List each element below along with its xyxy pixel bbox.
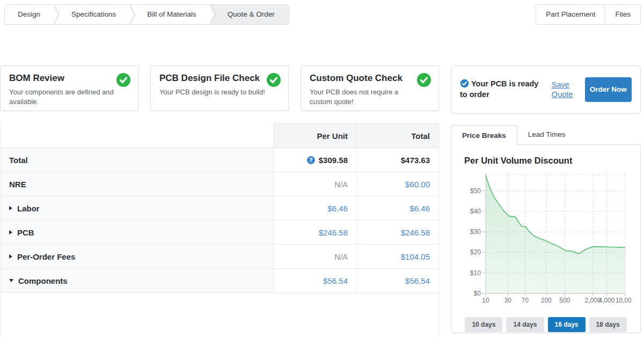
- step-bill-of-materials[interactable]: Bill of Materials: [130, 5, 210, 24]
- row-label-cell: PCB: [1, 221, 274, 244]
- svg-text:70: 70: [522, 297, 529, 304]
- status-card-title: Custom Quote Check: [310, 73, 430, 84]
- svg-text:10,000: 10,000: [616, 297, 632, 304]
- expand-icon[interactable]: [9, 206, 12, 210]
- svg-text:$0: $0: [474, 290, 481, 297]
- per-unit-cell: N/A: [274, 172, 356, 196]
- svg-text:$10: $10: [470, 269, 481, 277]
- row-label-cell: Labor: [1, 196, 274, 220]
- per-unit-value: $56.54: [323, 276, 348, 285]
- check-circle-icon: [460, 79, 469, 88]
- status-card-custom-quote-check: Custom Quote CheckYour PCB does not requ…: [301, 65, 439, 111]
- price-panel-body: Per Unit Volume Discount $0$10$20$30$40$…: [451, 144, 641, 333]
- status-cards: BOM ReviewYour components are defined an…: [0, 65, 439, 111]
- table-row-pcb[interactable]: PCB$246.58$246.58: [1, 221, 438, 245]
- total-cell: $56.54: [356, 269, 438, 292]
- status-card-description: Your PCB design is ready to build!: [159, 87, 271, 97]
- total-value: $473.63: [401, 156, 430, 165]
- order-now-button[interactable]: Order Now: [585, 77, 632, 102]
- tab-lead-times[interactable]: Lead Times: [517, 125, 576, 144]
- table-row-labor[interactable]: Labor$6.46$6.46: [1, 196, 438, 221]
- lead-time-selector: 10 days14 days16 days18 days: [460, 317, 632, 332]
- part-placement-button[interactable]: Part Placement: [536, 5, 605, 24]
- total-value: $104.05: [401, 252, 430, 261]
- expand-icon[interactable]: [9, 230, 12, 234]
- ready-message-text: Your PCB is ready to order: [460, 79, 538, 99]
- total-cell: $6.46: [356, 196, 438, 220]
- per-unit-cell: $246.58: [274, 221, 356, 244]
- total-value: $6.46: [409, 204, 430, 213]
- table-row-nre[interactable]: NREN/A$60.00: [1, 172, 438, 196]
- lead-time-18-days-button[interactable]: 18 days: [589, 317, 627, 332]
- status-card-bom-review: BOM ReviewYour components are defined an…: [0, 65, 138, 111]
- per-unit-cell: $56.54: [274, 269, 356, 292]
- status-card-title: BOM Review: [9, 73, 129, 84]
- table-row-components[interactable]: Components$56.54$56.54: [1, 269, 438, 293]
- collapse-icon[interactable]: [9, 279, 13, 282]
- step-specifications[interactable]: Specifications: [54, 5, 130, 24]
- row-label: NRE: [9, 180, 26, 189]
- top-actions: Part PlacementFiles: [536, 4, 641, 25]
- per-unit-value: $309.58: [319, 156, 348, 165]
- lead-time-10-days-button[interactable]: 10 days: [465, 317, 502, 332]
- row-label-cell: Total: [1, 148, 274, 172]
- breadcrumb: DesignSpecificationsBill of MaterialsQuo…: [4, 4, 289, 25]
- total-value: $60.00: [405, 180, 430, 189]
- ready-panel: Your PCB is ready to order Save Quote Or…: [451, 65, 641, 114]
- table-row-total[interactable]: Total?$309.58$473.63: [1, 148, 438, 172]
- step-quote-order[interactable]: Quote & Order: [210, 5, 289, 24]
- svg-text:10: 10: [482, 297, 489, 304]
- per-unit-value: $246.58: [319, 228, 348, 237]
- per-unit-value: N/A: [334, 252, 348, 261]
- step-design[interactable]: Design: [5, 5, 54, 24]
- status-card-description: Your components are defined and availabl…: [9, 87, 121, 107]
- row-label-cell: NRE: [1, 172, 274, 196]
- svg-text:4,000: 4,000: [598, 297, 614, 304]
- svg-text:200: 200: [541, 297, 552, 304]
- header-label-cell: [1, 123, 274, 148]
- volume-discount-chart: $0$10$20$30$40$501030702005002,0004,0001…: [460, 170, 632, 313]
- row-label-cell: Per-Order Fees: [1, 245, 274, 268]
- svg-text:$30: $30: [470, 228, 481, 236]
- tab-price-breaks[interactable]: Price Breaks: [451, 125, 517, 145]
- expand-icon[interactable]: [9, 254, 12, 259]
- lead-time-16-days-button[interactable]: 16 days: [548, 317, 586, 332]
- check-circle-icon: [417, 73, 431, 87]
- help-icon[interactable]: ?: [307, 156, 315, 164]
- check-circle-icon: [116, 73, 130, 87]
- row-label: Total: [9, 156, 28, 165]
- cost-table: Per Unit Total Total?$309.58$473.63NREN/…: [0, 123, 439, 338]
- svg-text:$50: $50: [470, 187, 481, 195]
- total-cell: $104.05: [356, 245, 438, 268]
- svg-text:$20: $20: [470, 248, 481, 256]
- per-unit-cell: $6.46: [274, 196, 356, 220]
- per-unit-cell: N/A: [274, 245, 356, 268]
- total-cell: $473.63: [356, 148, 438, 172]
- files-button[interactable]: Files: [605, 5, 640, 24]
- ready-message: Your PCB is ready to order: [460, 79, 544, 100]
- row-label: Labor: [17, 204, 40, 213]
- status-card-pcb-design-file-check: PCB Design File CheckYour PCB design is …: [150, 65, 289, 111]
- chart-title: Per Unit Volume Discount: [464, 156, 632, 166]
- lead-time-14-days-button[interactable]: 14 days: [506, 317, 544, 332]
- table-row-per-order-fees[interactable]: Per-Order FeesN/A$104.05: [1, 245, 438, 269]
- total-value: $246.58: [401, 228, 430, 237]
- check-circle-icon: [267, 73, 281, 87]
- cost-table-body: Total?$309.58$473.63NREN/A$60.00Labor$6.…: [1, 148, 438, 293]
- header-total: Total: [356, 123, 438, 148]
- status-card-title: PCB Design File Check: [159, 73, 280, 84]
- total-cell: $60.00: [356, 172, 438, 196]
- svg-text:500: 500: [559, 297, 570, 304]
- total-cell: $246.58: [356, 221, 438, 244]
- row-label: Per-Order Fees: [17, 252, 75, 261]
- per-unit-value: N/A: [334, 180, 348, 189]
- per-unit-value: $6.46: [327, 204, 348, 213]
- status-card-description: Your PCB does not require a custom quote…: [310, 87, 421, 107]
- header-per-unit: Per Unit: [274, 123, 356, 148]
- total-value: $56.54: [405, 276, 430, 285]
- cost-table-header: Per Unit Total: [1, 123, 438, 148]
- row-label: Components: [18, 276, 68, 285]
- svg-text:$40: $40: [470, 208, 481, 215]
- per-unit-cell: ?$309.58: [274, 148, 356, 172]
- save-quote-link[interactable]: Save Quote: [552, 80, 577, 99]
